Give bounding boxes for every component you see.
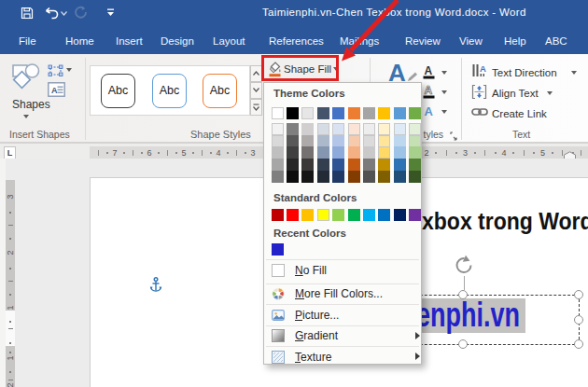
vertical-ruler[interactable]: 32112 [6, 180, 15, 387]
theme-variant-swatch[interactable] [332, 171, 344, 183]
theme-variant-swatch[interactable] [378, 146, 390, 159]
theme-variant-swatch[interactable] [287, 135, 299, 147]
theme-variant-swatch[interactable] [332, 123, 344, 135]
theme-color-swatch[interactable] [287, 107, 299, 119]
textbox-text[interactable]: enphi.vn [416, 298, 520, 332]
theme-color-swatch[interactable] [272, 107, 284, 119]
tab-abc[interactable]: ABC [545, 35, 567, 47]
theme-variant-swatch[interactable] [394, 146, 406, 159]
standard-color-swatch[interactable] [363, 209, 375, 221]
theme-variant-swatch[interactable] [272, 159, 284, 171]
tab-design[interactable]: Design [161, 35, 194, 47]
standard-color-swatch[interactable] [317, 209, 329, 221]
textbox-handle-bottom-right[interactable] [574, 339, 583, 349]
theme-variant-swatch[interactable] [378, 159, 390, 171]
textbox-handle-top-right[interactable] [574, 290, 583, 299]
recent-color-swatch[interactable] [272, 243, 284, 256]
menu-item-gradient[interactable]: Gradient [264, 325, 421, 347]
standard-color-swatch[interactable] [272, 209, 284, 221]
shape-style-card-1[interactable]: Abc [101, 74, 135, 108]
theme-variant-swatch[interactable] [332, 159, 344, 171]
theme-variant-swatch[interactable] [378, 123, 390, 135]
tab-view[interactable]: View [459, 35, 483, 47]
shapes-dropdown-arrow-icon[interactable] [23, 115, 29, 118]
theme-color-swatch[interactable] [378, 107, 390, 119]
theme-variant-swatch[interactable] [301, 123, 314, 135]
theme-variant-swatch[interactable] [287, 171, 299, 183]
standard-color-swatch[interactable] [332, 209, 344, 221]
textbox-handle-top-middle[interactable] [458, 290, 468, 299]
theme-variant-swatch[interactable] [348, 123, 360, 135]
theme-variant-swatch[interactable] [287, 146, 299, 159]
align-text-icon[interactable] [471, 84, 487, 100]
standard-color-swatch[interactable] [301, 209, 314, 221]
text-outline-dropdown-arrow-icon[interactable] [441, 90, 447, 94]
tab-review[interactable]: Review [405, 35, 441, 47]
textbox-handle-bottom-middle[interactable] [458, 339, 468, 349]
menu-item-more-fill-colors[interactable]: More Fill Colors... [264, 283, 421, 305]
theme-variant-swatch[interactable] [272, 123, 284, 135]
text-direction-icon[interactable]: A [471, 63, 487, 79]
text-effects-icon[interactable]: A [422, 104, 436, 118]
theme-variant-swatch[interactable] [394, 171, 406, 183]
theme-variant-swatch[interactable] [409, 146, 421, 159]
undo-icon[interactable] [44, 7, 59, 20]
shapes-button-label[interactable]: Shapes [12, 98, 50, 111]
theme-variant-swatch[interactable] [332, 135, 344, 147]
tab-mailings[interactable]: Mailings [340, 35, 379, 47]
theme-variant-swatch[interactable] [272, 135, 284, 147]
redo-icon[interactable] [74, 6, 88, 20]
theme-variant-swatch[interactable] [272, 171, 284, 183]
customize-qat-icon[interactable] [106, 8, 115, 17]
theme-variant-swatch[interactable] [301, 171, 314, 183]
theme-variant-swatch[interactable] [301, 159, 314, 171]
gallery-scroll-down-button[interactable] [250, 82, 262, 99]
shapes-gallery-icon[interactable] [11, 62, 41, 90]
menu-item-texture[interactable]: Texture [264, 346, 421, 367]
text-fill-dropdown-arrow-icon[interactable] [441, 71, 447, 75]
theme-variant-swatch[interactable] [378, 171, 390, 183]
theme-variant-swatch[interactable] [317, 171, 329, 183]
standard-color-swatch[interactable] [409, 209, 421, 221]
edit-shape-dropdown-arrow-icon[interactable] [66, 68, 72, 72]
theme-variant-swatch[interactable] [363, 123, 375, 135]
shape-style-card-3[interactable]: Abc [203, 74, 237, 108]
theme-color-swatch[interactable] [348, 107, 360, 119]
draw-text-box-icon[interactable]: A [48, 82, 65, 97]
tab-file[interactable]: File [19, 35, 36, 47]
theme-color-swatch[interactable] [332, 107, 344, 119]
theme-color-swatch[interactable] [363, 107, 375, 119]
text-outline-icon[interactable]: A [422, 84, 436, 99]
tab-layout[interactable]: Layout [213, 35, 245, 47]
theme-variant-swatch[interactable] [272, 146, 284, 159]
tab-insert[interactable]: Insert [116, 35, 143, 47]
theme-variant-swatch[interactable] [317, 159, 329, 171]
menu-item-picture[interactable]: Picture... [264, 304, 421, 325]
theme-variant-swatch[interactable] [409, 159, 421, 171]
undo-dropdown-icon[interactable] [61, 11, 67, 16]
theme-variant-swatch[interactable] [363, 171, 375, 183]
textbox-handle-right-middle[interactable] [574, 315, 583, 325]
standard-color-swatch[interactable] [394, 209, 406, 221]
theme-variant-swatch[interactable] [301, 135, 314, 147]
theme-variant-swatch[interactable] [287, 159, 299, 171]
standard-color-swatch[interactable] [287, 209, 299, 221]
theme-variant-swatch[interactable] [394, 123, 406, 135]
theme-color-swatch[interactable] [394, 107, 406, 119]
wordart-quick-styles-icon[interactable]: A [386, 60, 418, 84]
theme-variant-swatch[interactable] [409, 123, 421, 135]
menu-item-no-fill[interactable]: No Fill [264, 259, 421, 281]
theme-variant-swatch[interactable] [409, 171, 421, 183]
theme-color-swatch[interactable] [409, 107, 421, 119]
theme-variant-swatch[interactable] [348, 146, 360, 159]
theme-variant-swatch[interactable] [378, 135, 390, 147]
create-link-icon[interactable] [471, 106, 488, 117]
theme-variant-swatch[interactable] [394, 135, 406, 147]
theme-variant-swatch[interactable] [348, 159, 360, 171]
theme-variant-swatch[interactable] [348, 171, 360, 183]
standard-color-swatch[interactable] [348, 209, 360, 221]
standard-color-swatch[interactable] [378, 209, 390, 221]
theme-variant-swatch[interactable] [301, 146, 314, 159]
edit-shape-icon[interactable] [48, 64, 65, 77]
theme-variant-swatch[interactable] [317, 135, 329, 147]
